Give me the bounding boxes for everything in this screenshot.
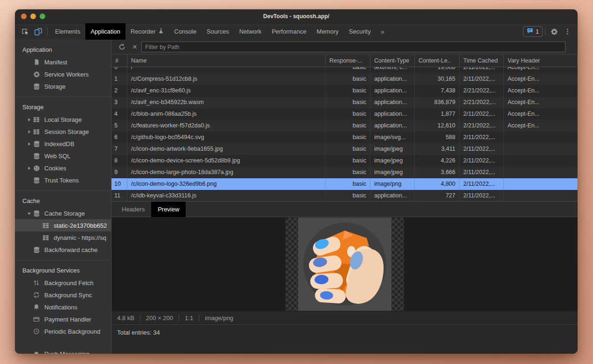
table-row[interactable]: 9/c/icon-demo-large-photo-18da387a.jpgba… <box>112 167 578 178</box>
chevron-right-icon[interactable] <box>25 142 33 146</box>
column-header-response[interactable]: Response-... <box>326 55 370 67</box>
sidebar-item-cache-storage[interactable]: Cache Storage <box>15 207 111 219</box>
sidebar-section-background-services: Background ServicesBackground FetchBackg… <box>15 260 111 354</box>
table-row[interactable]: 2/c/avif_enc-31cf8e60.jsbasicapplication… <box>112 85 578 97</box>
cell-len: 19,008 <box>415 67 460 73</box>
tab-application[interactable]: Application <box>85 23 126 40</box>
sidebar-item-web-sql[interactable]: Web SQL <box>15 150 111 162</box>
sidebar-item-label: Back/forward cache <box>44 246 98 253</box>
db-icon <box>33 140 40 147</box>
sidebar-item-static-2e1370bb652[interactable]: static-2e1370bb652 <box>15 219 111 231</box>
cell-resp: basic <box>326 132 370 143</box>
chevron-right-icon[interactable] <box>25 118 33 122</box>
cell-time: 2/21/2022,... <box>460 97 504 108</box>
maximize-button[interactable] <box>40 14 45 19</box>
cell-name: /c/blob-anim-086aa25b.js <box>127 108 326 120</box>
table-row[interactable]: 6/c/github-logo-bc05494c.svgbasicimage/s… <box>112 132 578 143</box>
chevron-right-icon[interactable] <box>25 130 33 134</box>
sidebar-item-storage[interactable]: Storage <box>15 80 111 92</box>
column-header-time-cached[interactable]: Time Cached <box>460 55 504 67</box>
table-row[interactable]: 7/c/icon-demo-artwork-9eba1655.jpgbasici… <box>112 143 578 155</box>
table-row[interactable]: 0/basictext/html; c...19,0082/11/2022,..… <box>112 67 578 73</box>
cell-time: 2/11/2022,... <box>460 73 504 85</box>
cell-name: /c/features-worker-f57d2da0.js <box>127 120 326 132</box>
sidebar-item-periodic-background[interactable]: Periodic Background <box>15 325 111 337</box>
tab-memory[interactable]: Memory <box>312 23 344 40</box>
sidebar-item-local-storage[interactable]: Local Storage <box>15 113 111 126</box>
sidebar-item-payment-handler[interactable]: Payment Handler <box>15 313 111 325</box>
sidebar-item-label: Local Storage <box>44 116 82 123</box>
cell-num: 1 <box>112 73 127 85</box>
tab-security[interactable]: Security <box>344 23 376 40</box>
sidebar-item-service-workers[interactable]: Service Workers <box>15 68 111 80</box>
cell-len: 727 <box>415 190 460 202</box>
filter-input[interactable] <box>141 42 565 52</box>
sidebar-item-label: Notifications <box>44 304 77 311</box>
column-header-content-le[interactable]: Content-Le.. <box>415 55 460 67</box>
detail-tab-headers[interactable]: Headers <box>115 202 151 217</box>
sidebar-item-dynamic-https-sq[interactable]: dynamic - https://sq <box>15 231 111 244</box>
db-icon <box>33 152 40 160</box>
tab-elements[interactable]: Elements <box>50 23 85 40</box>
cell-resp: basic <box>326 190 370 202</box>
table-row[interactable]: 3/c/avif_enc-b345922b.wasmbasicapplicati… <box>112 97 578 108</box>
table-row[interactable]: 11/c/idb-keyval-c33d3116.jsbasicapplicat… <box>112 190 578 202</box>
column-header-content-type[interactable]: Content-Type <box>370 55 415 67</box>
column-header-vary-header[interactable]: Vary Header <box>504 55 578 67</box>
minimize-button[interactable] <box>30 14 36 19</box>
section-title: Cache <box>15 195 111 207</box>
cell-len: 1,877 <box>415 108 460 120</box>
detail-tab-preview[interactable]: Preview <box>151 202 186 217</box>
table-row[interactable]: 1/c/Compress-51d12cb8.jsbasicapplication… <box>112 73 578 85</box>
clear-filter-icon[interactable]: × <box>132 43 138 51</box>
chevron-right-icon[interactable] <box>25 166 33 170</box>
tab-label: Security <box>349 28 371 35</box>
sidebar-item-label: Cookies <box>44 165 66 172</box>
sidebar-item-trust-tokens[interactable]: Trust Tokens <box>15 174 111 186</box>
titlebar[interactable]: DevTools - squoosh.app/ <box>15 9 578 23</box>
column-header-name[interactable]: Name <box>127 55 326 67</box>
inspect-element-icon[interactable] <box>19 26 32 38</box>
more-tabs-icon[interactable]: » <box>376 28 389 35</box>
chevron-down-icon[interactable] <box>25 211 33 216</box>
sidebar-item-label: Periodic Background <box>44 328 100 335</box>
refresh-icon[interactable] <box>115 41 128 53</box>
tab-performance[interactable]: Performance <box>266 23 311 40</box>
table-row[interactable]: 4/c/blob-anim-086aa25b.jsbasicapplicatio… <box>112 108 578 120</box>
sidebar-item-manifest[interactable]: Manifest <box>15 56 111 68</box>
tab-sources[interactable]: Sources <box>202 23 234 40</box>
cell-resp: basic <box>326 120 370 132</box>
preview-image[interactable] <box>286 217 404 311</box>
sidebar-item-push-messaging[interactable]: Push Messaging <box>15 348 111 354</box>
column-header-[interactable]: # <box>112 55 127 67</box>
cell-num: 5 <box>112 120 127 132</box>
sync-icon <box>33 291 40 299</box>
tab-recorder[interactable]: Recorder <box>126 23 169 40</box>
sidebar-item-back-forward-cache[interactable]: Back/forward cache <box>15 244 111 256</box>
issues-button[interactable]: 1 <box>523 26 543 37</box>
sidebar-item-background-fetch[interactable]: Background Fetch <box>15 277 111 289</box>
cell-time: 2/11/2022,... <box>460 155 504 167</box>
table-row[interactable]: 10/c/icon-demo-logo-326ed9b6.pngbasicima… <box>112 178 578 190</box>
sidebar-item-cookies[interactable]: Cookies <box>15 162 111 174</box>
cell-vary: Accept-En... <box>504 97 578 108</box>
tab-console[interactable]: Console <box>169 23 202 40</box>
sidebar-item-indexeddb[interactable]: IndexedDB <box>15 138 111 150</box>
sidebar-item-background-sync[interactable]: Background Sync <box>15 289 111 301</box>
cell-name: /c/icon-demo-logo-326ed9b6.png <box>127 178 326 190</box>
cell-vary <box>504 178 578 190</box>
sidebar-item-notifications[interactable]: Notifications <box>15 301 111 313</box>
device-toolbar-icon[interactable] <box>32 26 45 38</box>
sidebar-item-session-storage[interactable]: Session Storage <box>15 126 111 138</box>
cell-name: /c/idb-keyval-c33d3116.js <box>127 190 326 202</box>
table-row[interactable]: 8/c/icon-demo-device-screen-5d52d8b9.jpg… <box>112 155 578 167</box>
kebab-menu-icon[interactable] <box>561 26 574 38</box>
tab-network[interactable]: Network <box>234 23 267 40</box>
cell-type: application... <box>370 108 415 120</box>
settings-gear-icon[interactable] <box>548 26 561 38</box>
cell-name: /c/icon-demo-large-photo-18da387a.jpg <box>127 167 326 178</box>
tab-label: Elements <box>55 28 80 35</box>
cell-resp: basic <box>326 97 370 108</box>
close-button[interactable] <box>21 14 27 19</box>
table-row[interactable]: 5/c/features-worker-f57d2da0.jsbasicappl… <box>112 120 578 132</box>
